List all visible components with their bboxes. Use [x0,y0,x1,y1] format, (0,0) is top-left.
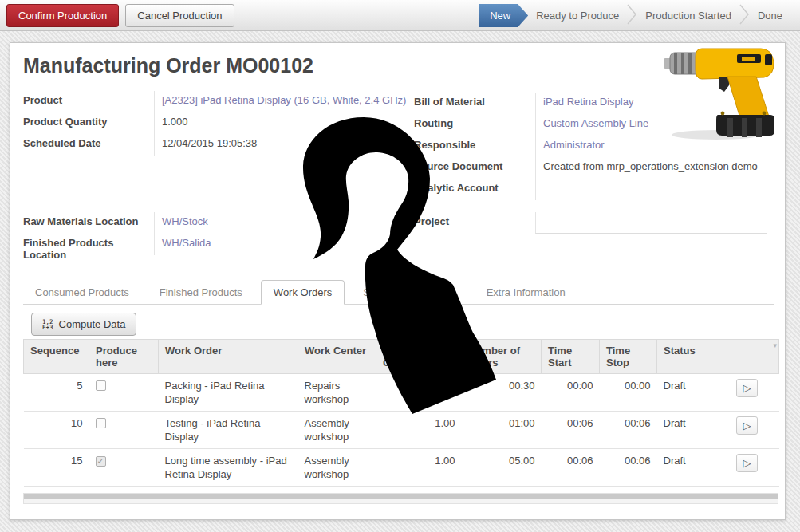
cell-cycles: 1.00 [376,449,462,487]
cell-work-center: Assembly workshop [298,449,376,487]
statusbar: New Ready to Produce Production Started … [479,4,790,27]
table-row[interactable]: 5 Packing - iPad Retina Display Repairs … [24,374,779,412]
field-label-project: Project [414,212,535,234]
cell-cycles [376,374,462,412]
field-label-source-document: Source Document [414,157,535,179]
col-header-work-order[interactable]: Work Order [159,340,298,374]
tab-extra-information[interactable]: Extra Information [475,281,577,304]
cell-work-center: Repairs workshop [298,374,376,412]
cell-sequence: 10 [24,412,89,449]
field-label-finished-products-location: Finished Products Location [23,234,154,255]
field-label-responsible: Responsible [414,136,535,157]
statusbar-step-new[interactable]: New [479,4,528,27]
confirm-production-button[interactable]: Confirm Production [6,4,119,27]
cell-work-order: Testing - iPad Retina Display [159,412,298,449]
cell-status: Draft [657,412,715,449]
statusbar-step-done[interactable]: Done [750,4,790,27]
compute-data-label: Compute Data [59,318,126,330]
table-header-row: Sequence Produce here Work Order Work Ce… [24,340,779,374]
cell-work-center: Assembly workshop [298,412,376,449]
start-work-button[interactable]: ▷ [736,416,758,435]
columns-toggle-icon[interactable]: ▾ [773,341,777,349]
field-label-product: Product [23,91,154,112]
col-header-produce-here[interactable]: Produce here [89,340,159,374]
field-value-raw-materials-location[interactable]: WH/Stock [154,212,211,234]
chevron-right-icon [739,3,750,28]
cell-hours: 05:00 [462,449,542,487]
tab-finished-products[interactable]: Finished Products [148,281,254,304]
manufacturing-order-form: Manufacturing Order MO00102 Product [A23… [10,42,786,520]
notebook-tabs: Consumed Products Finished Products Work… [23,280,774,305]
start-work-button[interactable]: ▷ [736,454,758,472]
cell-cycles: 1.00 [376,412,462,449]
field-value-analytic-account [535,179,758,200]
col-header-work-center[interactable]: Work Center [298,340,376,374]
tab-consumed-products[interactable]: Consumed Products [23,281,141,304]
field-label-bill-of-material: Bill of Material [414,93,535,114]
toolbar: Confirm Production Cancel Production New… [0,0,800,31]
table-row[interactable]: 10 Testing - iPad Retina Display Assembl… [24,412,779,449]
field-value-source-document: Created from mrp_operations_extension de… [535,157,758,179]
chevron-right-icon [627,3,637,28]
statusbar-step-ready-to-produce[interactable]: Ready to Produce [528,4,627,27]
field-group-left-top: Product [A2323] iPad Retina Display (16 … [23,91,406,156]
cell-hours: 01:00 [462,412,542,449]
col-header-number-of-hours[interactable]: Number of Hours [462,340,542,374]
compute-data-button[interactable]: 1,2E+3 Compute Data [31,313,136,336]
horizontal-scrollbar [23,493,778,504]
cell-work-order: Packing - iPad Retina Display [159,374,298,412]
field-group-project: Project [414,212,767,234]
cell-sequence: 5 [24,374,89,412]
col-header-number-of-cycles[interactable]: Number of Cycles [376,340,462,374]
col-header-sequence[interactable]: Sequence [24,340,89,374]
statusbar-step-production-started[interactable]: Production Started [637,4,739,27]
field-group-locations: Raw Materials Location WH/Stock Finished… [23,212,211,255]
scrollbar-thumb[interactable] [24,494,778,499]
start-work-button[interactable]: ▷ [736,379,758,397]
product-image-drill [664,45,782,142]
cell-time-start: 00:00 [542,374,600,412]
col-header-actions: ▾ [715,340,779,374]
table-row[interactable]: 15 Long time assembly - iPad Retina Disp… [24,449,779,487]
field-label-scheduled-date: Scheduled Date [23,134,154,156]
produce-here-checkbox[interactable] [96,456,106,467]
field-label-analytic-account: Analytic Account [414,179,535,200]
cell-status: Draft [657,374,715,412]
cell-status: Draft [657,449,715,487]
field-value-scheduled-date: 12/04/2015 19:05:38 [154,134,406,156]
field-label-raw-materials-location: Raw Materials Location [23,212,154,234]
col-header-status[interactable]: Status [657,340,715,374]
cell-work-order: Long time assembly - iPad Retina Display [159,449,298,487]
tab-scheduled-products[interactable]: Scheduled Products [351,281,467,304]
field-value-finished-products-location[interactable]: WH/Salida [154,234,211,255]
field-value-product-quantity: 1.000 [154,112,406,134]
cell-time-stop: 00:06 [600,449,657,487]
col-header-time-start[interactable]: Time Start [542,340,600,374]
calculator-icon: 1,2E+3 [42,319,53,330]
field-value-product[interactable]: [A2323] iPad Retina Display (16 GB, Whit… [154,91,406,112]
field-label-product-quantity: Product Quantity [23,112,154,134]
field-value-project [535,212,767,234]
page-title: Manufacturing Order MO00102 [23,54,313,77]
tab-work-orders[interactable]: Work Orders [261,280,345,305]
produce-here-checkbox[interactable] [96,380,106,391]
cell-time-start: 00:06 [542,412,600,449]
cell-time-stop: 00:00 [600,374,657,412]
produce-here-checkbox[interactable] [96,418,106,428]
work-orders-table: Sequence Produce here Work Order Work Ce… [23,339,779,487]
cell-time-start: 00:06 [542,449,600,487]
cell-hours: 00:30 [462,374,542,412]
cancel-production-button[interactable]: Cancel Production [125,4,234,27]
field-label-routing: Routing [414,114,535,136]
col-header-time-stop[interactable]: Time Stop [600,340,657,374]
cell-sequence: 15 [24,449,89,487]
cell-time-stop: 00:06 [600,412,657,449]
